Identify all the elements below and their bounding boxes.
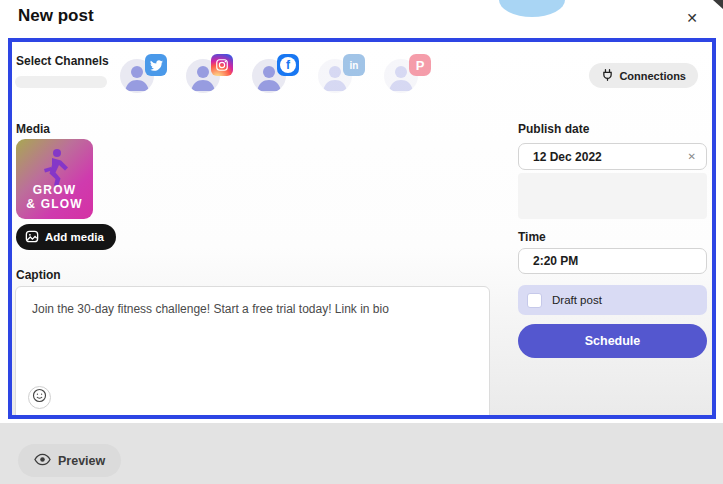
pinterest-icon: P [409,54,431,76]
preview-button[interactable]: Preview [18,444,121,477]
channel-pinterest[interactable]: P [384,54,431,94]
channel-list: f in P [120,54,431,94]
select-channels-label: Select Channels [16,54,109,68]
channel-linkedin[interactable]: in [318,54,365,94]
eye-icon [34,453,51,469]
channel-facebook[interactable]: f [252,54,299,94]
media-label: Media [16,122,50,136]
facebook-glyph: f [280,57,296,73]
thumbnail-title-line2: & Glow [16,198,93,212]
corner-artifact [713,0,723,9]
post-editor-panel: Select Channels [8,38,716,419]
schedule-button[interactable]: Schedule [518,324,707,358]
publish-date-input[interactable]: 12 Dec 2022 ✕ [518,143,707,170]
emoji-button[interactable] [28,386,51,409]
media-thumbnail[interactable]: Grow & Glow [16,139,93,219]
channel-instagram[interactable] [186,54,233,94]
thumbnail-title-line1: Grow [16,184,93,198]
draft-post-option[interactable]: Draft post [518,285,707,315]
skeleton-block [518,173,707,219]
image-icon [25,230,39,245]
connections-label: Connections [619,70,686,82]
instagram-icon [211,54,233,76]
time-value: 2:20 PM [533,254,578,268]
publish-date-label: Publish date [518,122,589,136]
close-icon[interactable]: ✕ [680,6,704,30]
draft-label: Draft post [552,294,602,306]
facebook-icon: f [277,54,299,76]
linkedin-icon: in [343,54,365,76]
caption-label: Caption [16,268,61,282]
skeleton-bar [15,76,107,88]
connections-button[interactable]: Connections [589,63,698,88]
add-media-label: Add media [45,231,104,243]
new-post-dialog: New post ✕ Select Channels [0,0,723,423]
time-input[interactable]: 2:20 PM [518,248,707,274]
channel-twitter[interactable] [120,54,167,94]
twitter-icon [145,54,167,76]
preview-label: Preview [58,454,105,468]
background-avatar-circle [499,0,565,17]
caption-textarea[interactable]: Join the 30-day fitness challenge! Start… [15,286,490,419]
time-label: Time [518,230,546,244]
clear-date-icon[interactable]: ✕ [688,151,696,162]
new-post-screen: New post ✕ Select Channels [0,0,723,484]
caption-text: Join the 30-day fitness challenge! Start… [32,301,473,318]
plug-icon [601,68,614,84]
smiley-icon [32,388,47,407]
thumbnail-title: Grow & Glow [16,184,93,212]
dialog-title: New post [18,6,94,26]
add-media-button[interactable]: Add media [16,224,116,250]
publish-date-value: 12 Dec 2022 [533,150,602,164]
draft-checkbox[interactable] [527,293,542,308]
